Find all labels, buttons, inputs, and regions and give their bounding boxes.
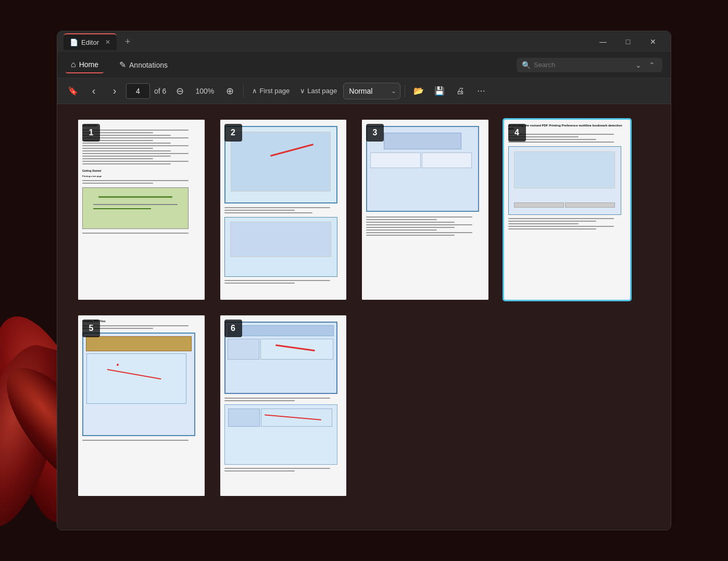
- page-thumbnail-2[interactable]: 2: [220, 120, 347, 300]
- last-page-icon: ∨: [300, 87, 305, 95]
- page-thumbnail-1[interactable]: 1 Introduction Getting Started Printing …: [78, 120, 205, 300]
- zoom-out-icon: ⊖: [176, 85, 184, 97]
- page-number-badge-1: 1: [82, 124, 100, 142]
- folder-icon: 📂: [413, 86, 424, 96]
- search-icon: 🔍: [522, 61, 531, 69]
- maximize-button[interactable]: □: [617, 34, 639, 49]
- next-icon: ›: [113, 85, 117, 97]
- search-next-button[interactable]: ⌃: [647, 60, 657, 70]
- view-mode-wrapper: Normal Fit Page Fit Width Two Pages ⌄: [343, 83, 400, 99]
- ellipsis-icon: ⋯: [477, 86, 485, 96]
- zoom-out-button[interactable]: ⊖: [170, 82, 189, 100]
- page-thumbnail-6[interactable]: 6: [220, 315, 347, 495]
- zoom-in-icon: ⊕: [226, 85, 234, 97]
- page-number-badge-3: 3: [366, 124, 384, 142]
- page-image-2: [220, 120, 347, 300]
- nav-annotations[interactable]: ✎ Annotations: [114, 57, 173, 73]
- save-icon: 💾: [434, 86, 445, 96]
- prev-page-button[interactable]: ‹: [84, 82, 103, 100]
- document-icon: 📄: [70, 39, 78, 46]
- nav-bar: ⌂ Home ✎ Annotations 🔍 ⌄ ⌃: [57, 52, 671, 78]
- page-of-label: of 6: [154, 87, 166, 95]
- page-number-badge-6: 6: [224, 320, 242, 337]
- page-number-input[interactable]: [126, 83, 150, 99]
- window-controls: — □ ✕: [592, 34, 664, 49]
- new-tab-button[interactable]: +: [121, 34, 135, 49]
- open-file-button[interactable]: 📂: [409, 82, 428, 100]
- home-label: Home: [79, 60, 98, 69]
- page-thumbnail-3[interactable]: 3: [362, 120, 488, 300]
- nav-home[interactable]: ⌂ Home: [66, 57, 104, 73]
- save-button[interactable]: 💾: [430, 82, 449, 100]
- search-input[interactable]: [534, 61, 630, 69]
- prev-icon: ‹: [92, 85, 96, 97]
- page-image-1: Introduction Getting Started Printing a …: [78, 120, 205, 300]
- tab-label: Editor: [81, 39, 99, 46]
- toolbar: 🔖 ‹ › of 6 ⊖ 100% ⊕ ∧ First page ∨ Last …: [57, 78, 671, 104]
- toolbar-divider-2: [405, 85, 405, 97]
- first-page-label: First page: [259, 87, 290, 95]
- page-image-4: Accessing the revised PDF Printing Prefe…: [504, 120, 631, 300]
- page-number-badge-2: 2: [224, 124, 242, 142]
- page-image-5: Creating PDF Files: [78, 315, 205, 495]
- title-bar-left: 📄 Editor ✕ +: [64, 33, 592, 50]
- page-number-badge-5: 5: [82, 320, 100, 337]
- title-bar: 📄 Editor ✕ + — □ ✕: [57, 31, 671, 52]
- bookmark-icon: 🔖: [68, 86, 78, 96]
- editor-tab[interactable]: 📄 Editor ✕: [64, 33, 117, 50]
- zoom-in-button[interactable]: ⊕: [220, 82, 239, 100]
- content-area[interactable]: 1 Introduction Getting Started Printing …: [57, 104, 671, 530]
- page-thumbnail-5[interactable]: 5 Creating PDF Files: [78, 315, 205, 495]
- annotations-label: Annotations: [129, 61, 168, 69]
- page-image-3: [362, 120, 488, 300]
- next-page-button[interactable]: ›: [105, 82, 124, 100]
- annotations-icon: ✎: [119, 60, 126, 70]
- print-button[interactable]: 🖨: [451, 82, 470, 100]
- first-page-button[interactable]: ∧ First page: [248, 85, 294, 97]
- pages-grid: 1 Introduction Getting Started Printing …: [78, 120, 630, 496]
- page-number-badge-4: 4: [508, 124, 526, 142]
- search-prev-button[interactable]: ⌄: [633, 60, 644, 70]
- last-page-label: Last page: [307, 87, 337, 95]
- search-bar: 🔍 ⌄ ⌃: [517, 58, 662, 72]
- home-icon: ⌂: [71, 60, 76, 69]
- close-button[interactable]: ✕: [642, 34, 664, 49]
- page-image-6: [220, 315, 347, 495]
- last-page-button[interactable]: ∨ Last page: [296, 85, 341, 97]
- zoom-level-display: 100%: [194, 87, 215, 95]
- first-page-icon: ∧: [252, 87, 257, 95]
- toolbar-divider: [243, 85, 244, 97]
- more-options-button[interactable]: ⋯: [472, 82, 491, 100]
- page-thumbnail-4[interactable]: 4 Accessing the revised PDF Printing Pre…: [504, 120, 631, 300]
- tab-close-button[interactable]: ✕: [105, 39, 110, 46]
- app-window: 📄 Editor ✕ + — □ ✕ ⌂ Home ✎ Annotations …: [57, 31, 671, 530]
- view-mode-select[interactable]: Normal Fit Page Fit Width Two Pages: [343, 83, 400, 99]
- minimize-button[interactable]: —: [592, 34, 614, 49]
- print-icon: 🖨: [456, 86, 465, 96]
- bookmark-button[interactable]: 🔖: [64, 82, 82, 100]
